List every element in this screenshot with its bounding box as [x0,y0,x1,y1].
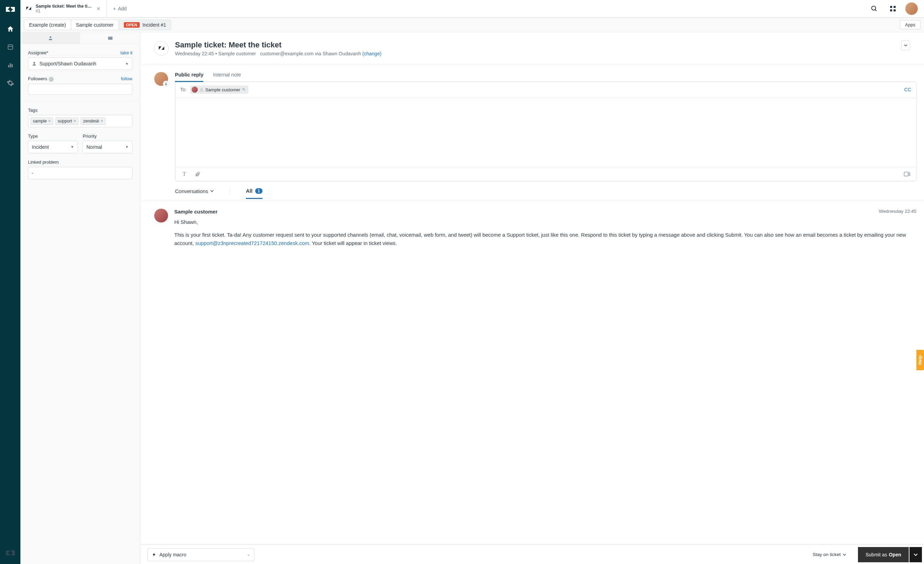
chevron-down-icon: ▼ [70,145,74,149]
status-badge: OPEN [124,22,140,28]
tab-close-icon[interactable]: × [96,5,102,12]
person-icon [32,61,37,66]
composer-avatar [154,72,168,86]
brand-logo[interactable] [5,4,15,15]
search-icon[interactable] [868,2,880,15]
count-badge: 1 [255,188,262,194]
crumb-incident[interactable]: OPEN Incident #1 [119,20,171,30]
composer-textarea[interactable] [176,98,916,167]
tag-chip: sample× [30,117,53,125]
type-value: Incident [32,144,49,150]
crumb-customer[interactable]: Sample customer [71,20,119,30]
tab-public-reply[interactable]: Public reply [175,72,203,82]
text-format-icon[interactable]: T [179,168,190,180]
svg-rect-7 [890,6,892,8]
chevron-down-icon: ⌄ [247,552,250,557]
assignee-label: Assignee* [28,50,48,56]
ticket-footer: Apply macro ⌄ Stay on ticket Submit as O… [140,544,924,564]
attachment-icon[interactable] [192,168,203,180]
tab-bar: Sample ticket: Meet the ti… #1 × + Add [20,0,924,18]
message-time: Wednesday 22:45 [879,209,916,215]
nav-admin-icon[interactable] [3,76,17,90]
type-label: Type [28,134,38,139]
tag-remove-icon[interactable]: × [48,118,51,123]
apps-grid-icon[interactable] [886,2,899,15]
tag-remove-icon[interactable]: × [74,118,76,123]
chevron-down-icon: ▼ [125,145,129,149]
emoji-icon[interactable] [902,168,913,180]
priority-value: Normal [87,144,102,150]
apply-macro-button[interactable]: Apply macro ⌄ [147,548,255,561]
support-email-link[interactable]: support@z3nprecreated721724150.zendesk.c… [195,240,309,246]
svg-point-5 [872,6,876,11]
svg-rect-0 [8,45,12,49]
change-requester-link[interactable]: (change) [362,51,381,56]
plus-icon: + [113,6,116,11]
nav-views-icon[interactable] [3,40,17,54]
chevron-down-icon: ▼ [125,62,129,66]
tags-input[interactable]: sample× support× zendesk× [28,115,132,127]
tab-internal-note[interactable]: Internal note [213,72,241,82]
recipient-chip[interactable]: ⚠ Sample customer ✎ [190,86,248,94]
ticket-header: Sample ticket: Meet the ticket Wednesday… [140,32,924,65]
tab-sub: #1 [36,9,92,14]
stay-on-ticket-dropdown[interactable]: Stay on ticket [813,552,846,557]
svg-rect-3 [10,63,11,68]
svg-rect-2 [8,65,9,68]
follow-link[interactable]: follow [121,76,132,81]
conversations-dropdown[interactable]: Conversations [175,188,214,199]
ticket-type-icon [154,41,169,56]
nav-rail [0,0,20,564]
panel-tab-user-icon[interactable] [20,32,80,44]
linked-label: Linked problem [28,159,59,165]
ticket-title: Sample ticket: Meet the ticket [175,41,895,50]
svg-point-14 [33,62,35,64]
chevron-down-icon [843,553,846,556]
submit-dropdown-button[interactable] [909,547,922,562]
message: Sample customer Wednesday 22:45 Hi Shawn… [140,200,924,255]
help-tab[interactable]: Help [916,350,924,370]
conversations-all-tab[interactable]: All 1 [246,188,262,199]
svg-rect-13 [108,36,112,37]
svg-rect-8 [894,6,896,8]
cc-button[interactable]: CC [904,87,911,92]
edit-icon[interactable]: ✎ [242,87,246,92]
svg-rect-10 [894,9,896,11]
svg-rect-4 [11,65,12,68]
composer-box: To: ⚠ Sample customer ✎ CC [175,82,916,181]
type-select[interactable]: Incident ▼ [28,141,78,153]
warning-icon: ⚠ [200,87,204,92]
lightning-icon [152,552,157,557]
submit-button[interactable]: Submit as Open [858,547,909,562]
tab-add-button[interactable]: + Add [107,0,133,17]
message-text: Hi Shawn, This is your first ticket. Ta-… [174,218,916,247]
linked-problem-select[interactable]: - [28,167,132,179]
message-author: Sample customer [174,209,218,215]
assignee-select[interactable]: Support/Shawn Oudavanh ▼ [28,57,132,70]
tag-remove-icon[interactable]: × [100,118,104,123]
ticket-tab-icon [25,5,32,12]
ticket-header-toggle[interactable] [901,41,910,50]
incident-label: Incident #1 [142,22,166,28]
priority-select[interactable]: Normal ▼ [82,141,132,153]
panel-tab-ticket-icon[interactable] [80,32,140,44]
linked-value: - [32,170,33,176]
svg-point-11 [50,36,51,38]
take-it-link[interactable]: take it [120,50,132,56]
nav-zendesk-icon[interactable] [3,547,17,561]
apps-button[interactable]: Apps [900,20,921,29]
assignee-value: Support/Shawn Oudavanh [39,61,96,66]
ticket-tab[interactable]: Sample ticket: Meet the ti… #1 × [20,0,107,17]
nav-reporting-icon[interactable] [3,58,17,72]
nav-home-icon[interactable] [3,22,17,36]
crumb-example[interactable]: Example (create) [24,20,71,30]
to-label: To: [180,87,187,92]
svg-line-6 [875,10,877,11]
tag-chip: support× [56,117,78,125]
breadcrumb-row: Example (create) Sample customer OPEN In… [20,18,924,32]
tags-label: Tags [28,108,38,113]
followers-input[interactable] [28,84,132,95]
tag-chip: zendesk× [81,117,105,125]
tab-title: Sample ticket: Meet the ti… [36,4,92,9]
profile-avatar[interactable] [905,2,918,15]
